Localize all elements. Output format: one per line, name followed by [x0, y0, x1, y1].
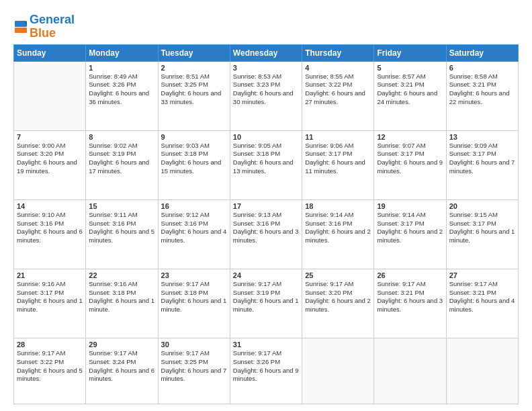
weekday-header-tuesday: Tuesday: [158, 44, 230, 61]
day-number: 27: [449, 271, 515, 279]
weekday-header-friday: Friday: [374, 44, 446, 61]
cell-info: Sunrise: 9:10 AMSunset: 3:16 PMDaylight:…: [17, 211, 83, 245]
calendar-cell: 20Sunrise: 9:15 AMSunset: 3:17 PMDayligh…: [446, 199, 518, 269]
day-number: 31: [233, 340, 299, 349]
day-number: 9: [161, 133, 227, 141]
calendar-cell: 25Sunrise: 9:17 AMSunset: 3:20 PMDayligh…: [302, 269, 374, 338]
calendar-cell: 22Sunrise: 9:16 AMSunset: 3:18 PMDayligh…: [86, 269, 158, 338]
cell-info: Sunrise: 9:17 AMSunset: 3:22 PMDaylight:…: [17, 349, 83, 383]
cell-info: Sunrise: 9:17 AMSunset: 3:19 PMDaylight:…: [233, 280, 299, 314]
calendar-cell: 16Sunrise: 9:12 AMSunset: 3:16 PMDayligh…: [158, 199, 230, 269]
calendar-cell: 7Sunrise: 9:00 AMSunset: 3:20 PMDaylight…: [14, 130, 86, 199]
calendar-cell: [446, 338, 518, 404]
calendar-cell: 8Sunrise: 9:02 AMSunset: 3:19 PMDaylight…: [86, 130, 158, 199]
calendar-cell: 27Sunrise: 9:17 AMSunset: 3:21 PMDayligh…: [446, 269, 518, 338]
cell-info: Sunrise: 9:07 AMSunset: 3:17 PMDaylight:…: [377, 142, 443, 176]
day-number: 24: [233, 271, 299, 279]
day-number: 21: [17, 271, 83, 279]
week-row-4: 28Sunrise: 9:17 AMSunset: 3:22 PMDayligh…: [14, 338, 519, 404]
day-number: 11: [305, 133, 371, 141]
calendar-cell: 5Sunrise: 8:57 AMSunset: 3:21 PMDaylight…: [374, 61, 446, 130]
calendar-cell: 21Sunrise: 9:16 AMSunset: 3:17 PMDayligh…: [14, 269, 86, 338]
cell-info: Sunrise: 9:02 AMSunset: 3:19 PMDaylight:…: [89, 142, 154, 176]
calendar-cell: 29Sunrise: 9:17 AMSunset: 3:24 PMDayligh…: [86, 338, 158, 404]
day-number: 3: [233, 64, 299, 72]
calendar-cell: 2Sunrise: 8:51 AMSunset: 3:25 PMDaylight…: [158, 61, 230, 130]
week-row-3: 21Sunrise: 9:16 AMSunset: 3:17 PMDayligh…: [14, 269, 519, 338]
week-row-1: 7Sunrise: 9:00 AMSunset: 3:20 PMDaylight…: [14, 130, 519, 199]
day-number: 2: [161, 64, 227, 72]
cell-info: Sunrise: 9:13 AMSunset: 3:16 PMDaylight:…: [233, 211, 299, 245]
cell-info: Sunrise: 9:14 AMSunset: 3:16 PMDaylight:…: [305, 211, 371, 245]
day-number: 13: [449, 133, 515, 141]
calendar-cell: 28Sunrise: 9:17 AMSunset: 3:22 PMDayligh…: [14, 338, 86, 404]
day-number: 30: [161, 340, 227, 349]
day-number: 1: [89, 64, 154, 72]
week-row-2: 14Sunrise: 9:10 AMSunset: 3:16 PMDayligh…: [14, 199, 519, 269]
cell-info: Sunrise: 9:12 AMSunset: 3:16 PMDaylight:…: [161, 211, 227, 245]
calendar-cell: 4Sunrise: 8:55 AMSunset: 3:22 PMDaylight…: [302, 61, 374, 130]
cell-info: Sunrise: 9:16 AMSunset: 3:17 PMDaylight:…: [17, 280, 83, 314]
day-number: 26: [377, 271, 443, 279]
calendar-cell: 26Sunrise: 9:17 AMSunset: 3:21 PMDayligh…: [374, 269, 446, 338]
calendar-cell: 11Sunrise: 9:06 AMSunset: 3:17 PMDayligh…: [302, 130, 374, 199]
calendar-cell: 6Sunrise: 8:58 AMSunset: 3:21 PMDaylight…: [446, 61, 518, 130]
calendar-cell: 10Sunrise: 9:05 AMSunset: 3:18 PMDayligh…: [230, 130, 302, 199]
logo-blue: Blue: [30, 27, 75, 40]
svg-rect-1: [15, 28, 27, 33]
weekday-header-sunday: Sunday: [14, 44, 86, 61]
weekday-header-row: SundayMondayTuesdayWednesdayThursdayFrid…: [14, 44, 519, 61]
calendar-cell: [374, 338, 446, 404]
calendar-cell: 30Sunrise: 9:17 AMSunset: 3:25 PMDayligh…: [158, 338, 230, 404]
day-number: 29: [89, 340, 154, 349]
cell-info: Sunrise: 8:57 AMSunset: 3:21 PMDaylight:…: [377, 73, 443, 107]
day-number: 23: [161, 271, 227, 279]
cell-info: Sunrise: 9:14 AMSunset: 3:17 PMDaylight:…: [377, 211, 443, 245]
calendar-cell: 1Sunrise: 8:49 AMSunset: 3:26 PMDaylight…: [86, 61, 158, 130]
day-number: 7: [17, 133, 83, 141]
cell-info: Sunrise: 9:17 AMSunset: 3:20 PMDaylight:…: [305, 280, 371, 314]
cell-info: Sunrise: 9:03 AMSunset: 3:18 PMDaylight:…: [161, 142, 227, 176]
page: General Blue SundayMondayTuesdayWednesda…: [0, 0, 532, 411]
day-number: 18: [305, 202, 371, 210]
cell-info: Sunrise: 9:11 AMSunset: 3:16 PMDaylight:…: [89, 211, 154, 245]
day-number: 5: [377, 64, 443, 72]
weekday-header-thursday: Thursday: [302, 44, 374, 61]
day-number: 4: [305, 64, 371, 72]
calendar-cell: 9Sunrise: 9:03 AMSunset: 3:18 PMDaylight…: [158, 130, 230, 199]
cell-info: Sunrise: 8:49 AMSunset: 3:26 PMDaylight:…: [89, 73, 154, 107]
svg-rect-0: [15, 21, 27, 27]
calendar-cell: 12Sunrise: 9:07 AMSunset: 3:17 PMDayligh…: [374, 130, 446, 199]
weekday-header-saturday: Saturday: [446, 44, 518, 61]
day-number: 16: [161, 202, 227, 210]
cell-info: Sunrise: 9:06 AMSunset: 3:17 PMDaylight:…: [305, 142, 371, 176]
calendar-cell: [14, 61, 86, 130]
cell-info: Sunrise: 9:17 AMSunset: 3:25 PMDaylight:…: [161, 349, 227, 383]
calendar-cell: 23Sunrise: 9:17 AMSunset: 3:18 PMDayligh…: [158, 269, 230, 338]
header: General Blue: [13, 11, 519, 40]
calendar-cell: [302, 338, 374, 404]
logo-general: General: [30, 13, 75, 27]
calendar-cell: 3Sunrise: 8:53 AMSunset: 3:23 PMDaylight…: [230, 61, 302, 130]
calendar-cell: 15Sunrise: 9:11 AMSunset: 3:16 PMDayligh…: [86, 199, 158, 269]
cell-info: Sunrise: 8:55 AMSunset: 3:22 PMDaylight:…: [305, 73, 371, 107]
cell-info: Sunrise: 8:53 AMSunset: 3:23 PMDaylight:…: [233, 73, 299, 107]
logo: General Blue: [13, 13, 75, 40]
cell-info: Sunrise: 9:15 AMSunset: 3:17 PMDaylight:…: [449, 211, 515, 245]
cell-info: Sunrise: 9:17 AMSunset: 3:21 PMDaylight:…: [377, 280, 443, 314]
day-number: 25: [305, 271, 371, 279]
cell-info: Sunrise: 9:17 AMSunset: 3:26 PMDaylight:…: [233, 349, 299, 383]
calendar-cell: 24Sunrise: 9:17 AMSunset: 3:19 PMDayligh…: [230, 269, 302, 338]
weekday-header-wednesday: Wednesday: [230, 44, 302, 61]
calendar-table: SundayMondayTuesdayWednesdayThursdayFrid…: [13, 44, 519, 404]
day-number: 10: [233, 133, 299, 141]
calendar-cell: 19Sunrise: 9:14 AMSunset: 3:17 PMDayligh…: [374, 199, 446, 269]
cell-info: Sunrise: 8:58 AMSunset: 3:21 PMDaylight:…: [449, 73, 515, 107]
day-number: 28: [17, 340, 83, 349]
day-number: 17: [233, 202, 299, 210]
cell-info: Sunrise: 8:51 AMSunset: 3:25 PMDaylight:…: [161, 73, 227, 107]
calendar-cell: 18Sunrise: 9:14 AMSunset: 3:16 PMDayligh…: [302, 199, 374, 269]
day-number: 12: [377, 133, 443, 141]
calendar-cell: 31Sunrise: 9:17 AMSunset: 3:26 PMDayligh…: [230, 338, 302, 404]
cell-info: Sunrise: 9:16 AMSunset: 3:18 PMDaylight:…: [89, 280, 154, 314]
